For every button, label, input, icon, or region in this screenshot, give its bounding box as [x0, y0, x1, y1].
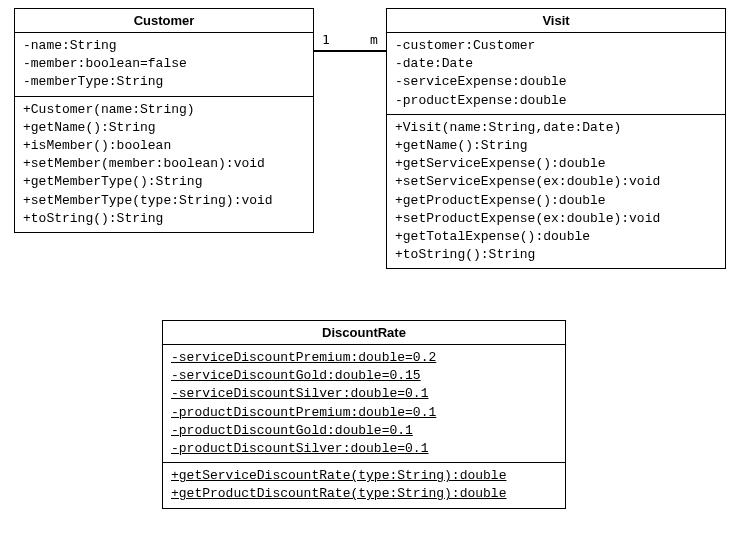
attr: -name:String — [23, 37, 305, 55]
op: +getServiceExpense():double — [395, 155, 717, 173]
operations-section: +Customer(name:String) +getName():String… — [15, 97, 313, 232]
operations-section: +Visit(name:String,date:Date) +getName()… — [387, 115, 725, 269]
attr-static: -productDiscountSilver:double=0.1 — [171, 440, 557, 458]
class-title: DiscountRate — [163, 321, 565, 345]
class-discountrate: DiscountRate -serviceDiscountPremium:dou… — [162, 320, 566, 509]
op: +getName():String — [395, 137, 717, 155]
operations-section: +getServiceDiscountRate(type:String):dou… — [163, 463, 565, 507]
attr-static: -productDiscountGold:double=0.1 — [171, 422, 557, 440]
op: +getProductExpense():double — [395, 192, 717, 210]
association-line — [314, 50, 386, 52]
class-title: Customer — [15, 9, 313, 33]
attr-static: -serviceDiscountGold:double=0.15 — [171, 367, 557, 385]
multiplicity-right: m — [370, 32, 378, 47]
op: +setServiceExpense(ex:double):void — [395, 173, 717, 191]
attr-static: -productDiscountPremium:double=0.1 — [171, 404, 557, 422]
attr: -memberType:String — [23, 73, 305, 91]
class-title: Visit — [387, 9, 725, 33]
op: +setMemberType(type:String):void — [23, 192, 305, 210]
attr-static: -serviceDiscountSilver:double=0.1 — [171, 385, 557, 403]
attr: -date:Date — [395, 55, 717, 73]
op: +getMemberType():String — [23, 173, 305, 191]
class-visit: Visit -customer:Customer -date:Date -ser… — [386, 8, 726, 269]
op: +toString():String — [23, 210, 305, 228]
attr: -serviceExpense:double — [395, 73, 717, 91]
op: +Customer(name:String) — [23, 101, 305, 119]
attr: -member:boolean=false — [23, 55, 305, 73]
multiplicity-left: 1 — [322, 32, 330, 47]
attributes-section: -customer:Customer -date:Date -serviceEx… — [387, 33, 725, 115]
class-customer: Customer -name:String -member:boolean=fa… — [14, 8, 314, 233]
op: +getName():String — [23, 119, 305, 137]
attr: -productExpense:double — [395, 92, 717, 110]
op-static: +getProductDiscountRate(type:String):dou… — [171, 485, 557, 503]
attr-static: -serviceDiscountPremium:double=0.2 — [171, 349, 557, 367]
op: +Visit(name:String,date:Date) — [395, 119, 717, 137]
op: +setMember(member:boolean):void — [23, 155, 305, 173]
op: +toString():String — [395, 246, 717, 264]
attributes-section: -name:String -member:boolean=false -memb… — [15, 33, 313, 97]
op: +setProductExpense(ex:double):void — [395, 210, 717, 228]
op: +getTotalExpense():double — [395, 228, 717, 246]
op: +isMember():boolean — [23, 137, 305, 155]
attributes-section: -serviceDiscountPremium:double=0.2 -serv… — [163, 345, 565, 463]
op-static: +getServiceDiscountRate(type:String):dou… — [171, 467, 557, 485]
attr: -customer:Customer — [395, 37, 717, 55]
